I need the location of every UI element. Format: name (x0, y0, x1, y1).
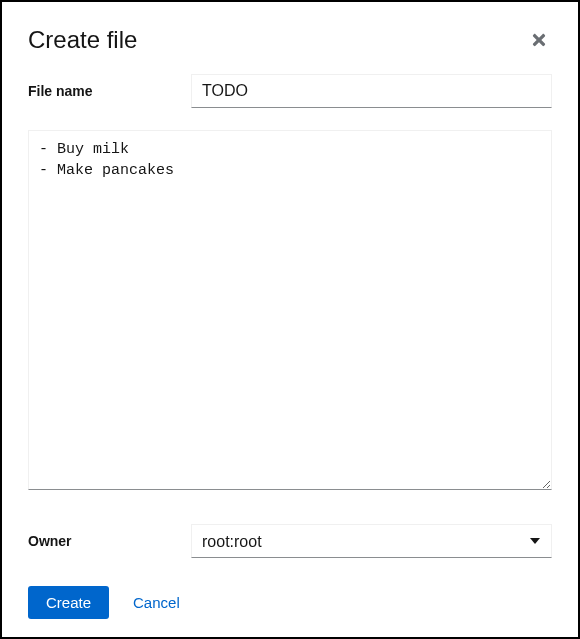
filename-row: File name (28, 74, 552, 108)
content-textarea[interactable] (28, 130, 552, 490)
filename-label: File name (28, 83, 191, 99)
create-button[interactable]: Create (28, 586, 109, 619)
dialog-header: Create file (28, 26, 552, 54)
close-button[interactable] (526, 27, 552, 53)
owner-label: Owner (28, 533, 191, 549)
owner-select-wrap: root:root (191, 524, 552, 558)
close-icon (530, 31, 548, 49)
dialog-title: Create file (28, 26, 137, 54)
owner-row: Owner root:root (28, 524, 552, 558)
filename-input[interactable] (191, 74, 552, 108)
owner-select[interactable]: root:root (191, 524, 552, 558)
cancel-button[interactable]: Cancel (129, 586, 184, 619)
dialog-footer: Create Cancel (28, 586, 552, 619)
content-row (28, 130, 552, 494)
